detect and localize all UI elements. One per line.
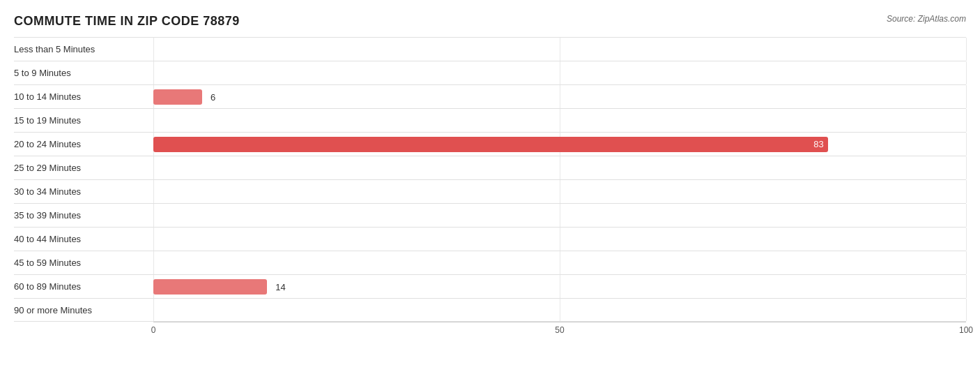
bar-label: 10 to 14 Minutes bbox=[14, 91, 153, 102]
bar-area: 83 bbox=[153, 133, 966, 156]
grid-line bbox=[560, 251, 560, 274]
grid-line bbox=[153, 299, 154, 321]
bar-label: 90 or more Minutes bbox=[14, 305, 153, 315]
bar-value: 6 bbox=[210, 91, 215, 102]
grid-line bbox=[153, 61, 154, 84]
grid-line bbox=[153, 251, 154, 274]
grid-line bbox=[966, 38, 967, 61]
grid-line bbox=[966, 299, 967, 321]
bar-label: 20 to 24 Minutes bbox=[14, 139, 153, 149]
x-axis: 050100 bbox=[153, 322, 966, 338]
bar-area bbox=[153, 251, 966, 274]
grid-line bbox=[966, 180, 967, 203]
bar-row: Less than 5 Minutes bbox=[14, 37, 966, 61]
bar-value: 14 bbox=[275, 281, 285, 292]
bar-area bbox=[153, 180, 966, 203]
grid-line bbox=[153, 38, 154, 61]
chart-title: COMMUTE TIME IN ZIP CODE 78879 bbox=[14, 14, 240, 29]
bar-area bbox=[153, 156, 966, 179]
bar-row: 5 to 9 Minutes bbox=[14, 61, 966, 84]
bar-label: 35 to 39 Minutes bbox=[14, 210, 153, 221]
bar-row: 25 to 29 Minutes bbox=[14, 156, 966, 179]
bar-value-inside: 83 bbox=[813, 139, 823, 149]
bar-label: 30 to 34 Minutes bbox=[14, 186, 153, 197]
bar-area bbox=[153, 38, 966, 61]
bar-fill bbox=[153, 279, 267, 295]
grid-line bbox=[966, 204, 967, 227]
bar-area bbox=[153, 61, 966, 84]
x-axis-tick: 50 bbox=[555, 325, 564, 335]
grid-line bbox=[560, 109, 560, 132]
bar-row: 90 or more Minutes bbox=[14, 298, 966, 322]
bar-label: 25 to 29 Minutes bbox=[14, 163, 153, 173]
grid-line bbox=[153, 109, 154, 132]
bar-label: Less than 5 Minutes bbox=[14, 44, 153, 54]
x-axis-tick: 0 bbox=[151, 325, 156, 335]
grid-line bbox=[560, 156, 560, 179]
grid-line bbox=[966, 85, 967, 108]
grid-line bbox=[966, 251, 967, 274]
grid-line bbox=[560, 204, 560, 227]
bar-row: 20 to 24 Minutes83 bbox=[14, 132, 966, 156]
grid-line bbox=[966, 275, 967, 298]
bar-row: 10 to 14 Minutes6 bbox=[14, 84, 966, 108]
bar-row: 35 to 39 Minutes bbox=[14, 203, 966, 227]
grid-line bbox=[560, 85, 560, 108]
grid-line bbox=[560, 228, 560, 251]
bar-area bbox=[153, 109, 966, 132]
bar-row: 40 to 44 Minutes bbox=[14, 227, 966, 251]
bar-fill bbox=[153, 89, 202, 105]
grid-line bbox=[560, 61, 560, 84]
grid-line bbox=[560, 180, 560, 203]
bar-row: 30 to 34 Minutes bbox=[14, 179, 966, 203]
grid-line bbox=[560, 275, 560, 298]
x-axis-tick: 100 bbox=[959, 325, 973, 335]
grid-line bbox=[966, 61, 967, 84]
chart-header: COMMUTE TIME IN ZIP CODE 78879 Source: Z… bbox=[14, 14, 966, 29]
bar-label: 40 to 44 Minutes bbox=[14, 234, 153, 244]
chart-source: Source: ZipAtlas.com bbox=[887, 14, 966, 24]
bar-row: 45 to 59 Minutes bbox=[14, 251, 966, 274]
grid-line bbox=[153, 204, 154, 227]
bar-label: 45 to 59 Minutes bbox=[14, 258, 153, 268]
bar-fill: 83 bbox=[153, 137, 828, 152]
grid-line bbox=[560, 299, 560, 321]
chart-container: COMMUTE TIME IN ZIP CODE 78879 Source: Z… bbox=[0, 7, 980, 365]
bar-area bbox=[153, 299, 966, 321]
bar-area: 6 bbox=[153, 85, 966, 108]
bar-row: 15 to 19 Minutes bbox=[14, 108, 966, 132]
grid-line bbox=[560, 38, 560, 61]
grid-line bbox=[966, 156, 967, 179]
bar-label: 60 to 89 Minutes bbox=[14, 281, 153, 292]
chart-body: Less than 5 Minutes5 to 9 Minutes10 to 1… bbox=[14, 37, 966, 322]
grid-line bbox=[966, 133, 967, 156]
grid-line bbox=[153, 156, 154, 179]
bar-label: 5 to 9 Minutes bbox=[14, 68, 153, 78]
grid-line bbox=[966, 228, 967, 251]
bar-area bbox=[153, 204, 966, 227]
grid-line bbox=[153, 180, 154, 203]
bar-row: 60 to 89 Minutes14 bbox=[14, 274, 966, 298]
grid-line bbox=[153, 228, 154, 251]
bar-label: 15 to 19 Minutes bbox=[14, 115, 153, 126]
bar-area: 14 bbox=[153, 275, 966, 298]
bar-area bbox=[153, 228, 966, 251]
grid-line bbox=[966, 109, 967, 132]
